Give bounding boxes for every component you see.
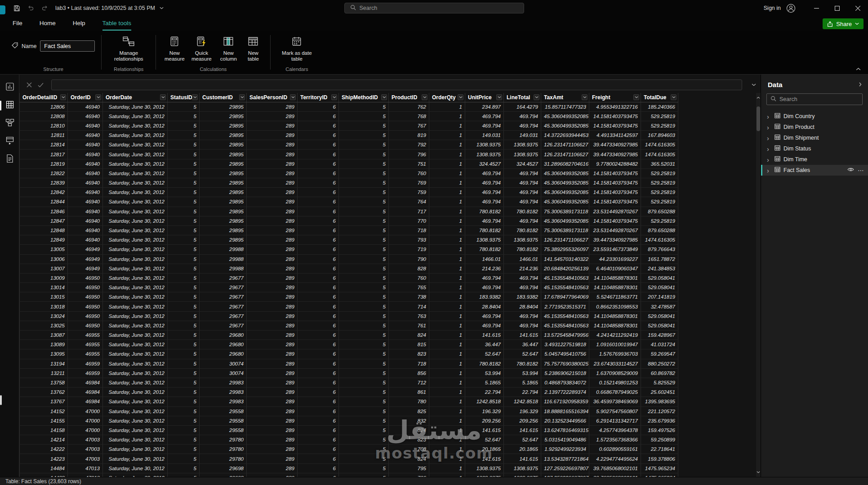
table-cell[interactable]: 5.0457495410756	[541, 349, 589, 359]
table-cell[interactable]: 13009	[20, 273, 68, 282]
table-cell[interactable]: 214.236	[504, 264, 541, 273]
column-header-productid[interactable]: ProductID	[389, 93, 429, 102]
table-cell[interactable]: 5	[339, 463, 389, 473]
table-cell[interactable]: 17.6789477964069	[541, 292, 589, 302]
table-cell[interactable]: 13087	[20, 331, 68, 340]
table-cell[interactable]: 46940	[68, 121, 103, 130]
table-cell[interactable]: 6.4640109060347	[589, 264, 641, 273]
table-cell[interactable]: 6	[298, 178, 339, 188]
table-cell[interactable]: 5	[339, 388, 389, 397]
table-cell[interactable]: 29677	[200, 321, 247, 330]
table-cell[interactable]: 12822	[20, 168, 68, 178]
table-cell[interactable]: 47000	[68, 425, 103, 435]
table-cell[interactable]: 46949	[68, 254, 103, 264]
table-cell[interactable]: 45.1535548410563	[541, 273, 589, 282]
filter-chevron-icon[interactable]	[60, 94, 66, 100]
scroll-up-icon[interactable]	[757, 97, 760, 99]
table-cell[interactable]: 1	[429, 235, 465, 245]
table-cell[interactable]: 825	[389, 406, 429, 416]
table-cell[interactable]: 5	[339, 188, 389, 197]
table-cell[interactable]: 29895	[200, 150, 247, 159]
table-cell[interactable]: 29895	[200, 111, 247, 121]
table-cell[interactable]: 6	[298, 159, 339, 168]
table-cell[interactable]: 469.794	[465, 178, 504, 188]
table-cell[interactable]: 6	[298, 416, 339, 425]
table-cell[interactable]: 289	[247, 140, 298, 150]
table-cell[interactable]: 5	[339, 121, 389, 130]
table-cell[interactable]: Saturday, June 30, 2012	[103, 159, 168, 168]
table-cell[interactable]: 52.647	[465, 349, 504, 359]
table-cell[interactable]: 5	[339, 283, 389, 292]
table-row[interactable]: 1421447003Saturday, June 30, 20125297802…	[20, 435, 678, 445]
table-cell[interactable]: 13015	[20, 292, 68, 302]
table-cell[interactable]: 4.2294774495624	[589, 454, 641, 463]
table-row[interactable]: 1448447013Saturday, June 30, 20125296982…	[20, 463, 678, 473]
table-cell[interactable]: 5	[339, 111, 389, 121]
table-row[interactable]: 1415547000Saturday, June 30, 20125295582…	[20, 416, 678, 425]
table-cell[interactable]: 46949	[68, 245, 103, 254]
table-cell[interactable]: 14.1104858878301	[589, 283, 641, 292]
table-cell[interactable]: 46949	[68, 264, 103, 273]
table-cell[interactable]: 5	[339, 359, 389, 368]
table-cell[interactable]: 1	[429, 463, 465, 473]
title-chevron-down-icon[interactable]	[160, 7, 164, 9]
formula-input[interactable]	[51, 79, 742, 90]
table-row[interactable]: 1448847013Saturday, June 30, 20125296982…	[20, 473, 678, 477]
table-cell[interactable]: 5	[339, 416, 389, 425]
table-cell[interactable]: 790	[389, 254, 429, 264]
table-cell[interactable]: 29983	[200, 388, 247, 397]
table-cell[interactable]: 289	[247, 225, 298, 235]
table-cell[interactable]: 1	[429, 331, 465, 340]
table-cell[interactable]: 29895	[200, 225, 247, 235]
table-cell[interactable]: Saturday, June 30, 2012	[103, 445, 168, 454]
table-cell[interactable]: 768	[389, 111, 429, 121]
table-cell[interactable]: 127.259226697807	[541, 463, 589, 473]
save-button[interactable]	[13, 5, 20, 12]
table-cell[interactable]: Saturday, June 30, 2012	[103, 150, 168, 159]
table-cell[interactable]: 5	[168, 283, 200, 292]
table-cell[interactable]: 1	[429, 178, 465, 188]
table-cell[interactable]: 13089	[20, 340, 68, 349]
table-cell[interactable]: 12810	[20, 121, 68, 130]
table-cell[interactable]: 46959	[68, 368, 103, 378]
table-cell[interactable]: 759	[389, 188, 429, 197]
table-cell[interactable]: 39.7685068002101	[589, 473, 641, 477]
table-cell[interactable]: Saturday, June 30, 2012	[103, 264, 168, 273]
table-cell[interactable]: 289	[247, 406, 298, 416]
sign-in-button[interactable]: Sign in	[764, 5, 781, 11]
table-cell[interactable]: 14.1581403793475	[589, 121, 641, 130]
table-cell[interactable]: 1308.9375	[504, 473, 541, 477]
table-cell[interactable]: 52.647	[465, 435, 504, 445]
table-cell[interactable]: 14.1104858878301	[589, 311, 641, 321]
table-cell[interactable]: 13.5343287721864	[541, 454, 589, 463]
table-cell[interactable]: 289	[247, 159, 298, 168]
table-cell[interactable]: 469.794	[504, 311, 541, 321]
table-cell[interactable]: Saturday, June 30, 2012	[103, 378, 168, 387]
table-cell[interactable]: Saturday, June 30, 2012	[103, 188, 168, 197]
table-cell[interactable]: 45.3060499352085	[541, 188, 589, 197]
tree-item-fact-sales[interactable]: › Fact Sales ⋯	[761, 165, 868, 176]
table-cell[interactable]: 6	[298, 264, 339, 273]
table-cell[interactable]: 6	[298, 168, 339, 178]
chevron-right-icon[interactable]: ›	[767, 113, 771, 120]
table-cell[interactable]: 30074	[200, 368, 247, 378]
table-cell[interactable]: 861	[389, 388, 429, 397]
table-cell[interactable]: 1	[429, 340, 465, 349]
tmdl-view-button[interactable]	[0, 153, 19, 166]
table-cell[interactable]: 14214	[20, 435, 68, 445]
table-cell[interactable]: Saturday, June 30, 2012	[103, 397, 168, 406]
table-cell[interactable]: 815	[389, 340, 429, 349]
table-cell[interactable]: 1308.9375	[504, 140, 541, 150]
table-row[interactable]: 1376246984Saturday, June 30, 20125299832…	[20, 388, 678, 397]
table-cell[interactable]: Saturday, June 30, 2012	[103, 121, 168, 130]
table-cell[interactable]: 5	[339, 435, 389, 445]
tab-file[interactable]: File	[13, 16, 22, 31]
table-row[interactable]: 1301846950Saturday, June 30, 20125296772…	[20, 302, 678, 311]
table-cell[interactable]: 12849	[20, 235, 68, 245]
table-cell[interactable]: 1.6370908529009	[589, 368, 641, 378]
table-cell[interactable]: 46984	[68, 388, 103, 397]
table-cell[interactable]: 828	[389, 264, 429, 273]
table-cell[interactable]: 5	[168, 473, 200, 477]
column-header-orderqty[interactable]: OrderQty	[429, 93, 465, 102]
table-cell[interactable]: 324.4527	[465, 159, 504, 168]
